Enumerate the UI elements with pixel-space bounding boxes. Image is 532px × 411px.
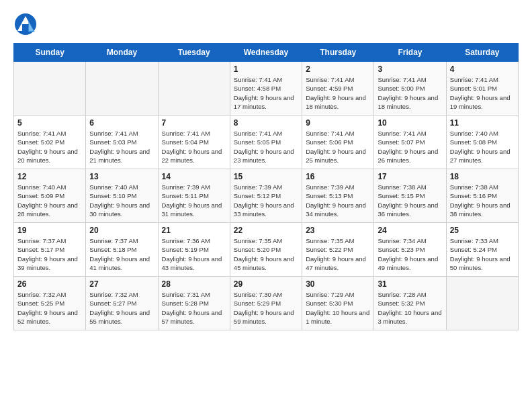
day-cell: 9 Sunrise: 7:41 AM Sunset: 5:06 PM Dayli…: [302, 116, 374, 169]
day-cell: 2 Sunrise: 7:41 AM Sunset: 4:59 PM Dayli…: [302, 62, 374, 116]
weekday-header-wednesday: Wednesday: [230, 44, 302, 62]
day-info: Sunrise: 7:29 AM Sunset: 5:30 PM Dayligh…: [306, 290, 370, 326]
weekday-header-monday: Monday: [86, 44, 158, 62]
week-row-4: 19 Sunrise: 7:37 AM Sunset: 5:17 PM Dayl…: [14, 223, 519, 277]
day-number: 16: [306, 172, 370, 181]
day-number: 30: [306, 279, 370, 289]
calendar-table: SundayMondayTuesdayWednesdayThursdayFrid…: [13, 43, 519, 330]
day-cell: [446, 277, 518, 330]
day-info: Sunrise: 7:36 AM Sunset: 5:19 PM Dayligh…: [162, 236, 226, 272]
logo: [13, 12, 40, 36]
day-cell: 7 Sunrise: 7:41 AM Sunset: 5:04 PM Dayli…: [158, 116, 230, 169]
day-number: 15: [234, 172, 298, 181]
weekday-header-friday: Friday: [374, 44, 446, 62]
weekday-header-tuesday: Tuesday: [158, 44, 230, 62]
day-info: Sunrise: 7:40 AM Sunset: 5:10 PM Dayligh…: [89, 183, 154, 218]
weekday-header-row: SundayMondayTuesdayWednesdayThursdayFrid…: [14, 44, 519, 62]
logo-icon: [13, 12, 38, 36]
day-number: 12: [17, 172, 82, 181]
day-cell: 13 Sunrise: 7:40 AM Sunset: 5:10 PM Dayl…: [86, 169, 158, 223]
day-number: 11: [450, 118, 515, 128]
day-cell: 29 Sunrise: 7:30 AM Sunset: 5:29 PM Dayl…: [230, 277, 302, 330]
day-info: Sunrise: 7:41 AM Sunset: 5:06 PM Dayligh…: [306, 129, 370, 165]
day-number: 14: [162, 172, 226, 181]
day-info: Sunrise: 7:35 AM Sunset: 5:20 PM Dayligh…: [234, 236, 298, 272]
day-number: 29: [234, 279, 298, 289]
day-number: 1: [234, 64, 298, 74]
day-cell: 18 Sunrise: 7:38 AM Sunset: 5:16 PM Dayl…: [446, 169, 518, 223]
day-cell: 23 Sunrise: 7:35 AM Sunset: 5:22 PM Dayl…: [302, 223, 374, 277]
svg-rect-2: [22, 24, 29, 31]
day-info: Sunrise: 7:41 AM Sunset: 4:58 PM Dayligh…: [234, 75, 298, 111]
day-number: 19: [17, 226, 82, 235]
day-cell: [86, 62, 158, 116]
day-cell: 16 Sunrise: 7:39 AM Sunset: 5:13 PM Dayl…: [302, 169, 374, 223]
day-number: 5: [17, 118, 82, 128]
header: [13, 12, 519, 36]
day-cell: [158, 62, 230, 116]
day-cell: 5 Sunrise: 7:41 AM Sunset: 5:02 PM Dayli…: [14, 116, 86, 169]
day-info: Sunrise: 7:33 AM Sunset: 5:24 PM Dayligh…: [450, 236, 515, 272]
day-info: Sunrise: 7:31 AM Sunset: 5:28 PM Dayligh…: [162, 290, 226, 326]
day-info: Sunrise: 7:38 AM Sunset: 5:16 PM Dayligh…: [450, 183, 515, 218]
day-cell: 28 Sunrise: 7:31 AM Sunset: 5:28 PM Dayl…: [158, 277, 230, 330]
day-cell: 21 Sunrise: 7:36 AM Sunset: 5:19 PM Dayl…: [158, 223, 230, 277]
day-cell: 31 Sunrise: 7:28 AM Sunset: 5:32 PM Dayl…: [374, 277, 446, 330]
day-cell: 11 Sunrise: 7:40 AM Sunset: 5:08 PM Dayl…: [446, 116, 518, 169]
day-info: Sunrise: 7:37 AM Sunset: 5:18 PM Dayligh…: [89, 236, 154, 272]
day-info: Sunrise: 7:32 AM Sunset: 5:27 PM Dayligh…: [89, 290, 154, 326]
day-number: 27: [89, 279, 154, 289]
day-number: 26: [17, 279, 82, 289]
day-info: Sunrise: 7:40 AM Sunset: 5:08 PM Dayligh…: [450, 129, 515, 165]
week-row-5: 26 Sunrise: 7:32 AM Sunset: 5:25 PM Dayl…: [14, 277, 519, 330]
day-cell: 14 Sunrise: 7:39 AM Sunset: 5:11 PM Dayl…: [158, 169, 230, 223]
day-info: Sunrise: 7:39 AM Sunset: 5:12 PM Dayligh…: [234, 183, 298, 218]
day-info: Sunrise: 7:30 AM Sunset: 5:29 PM Dayligh…: [234, 290, 298, 326]
day-info: Sunrise: 7:41 AM Sunset: 5:01 PM Dayligh…: [450, 75, 515, 111]
day-number: 28: [162, 279, 226, 289]
week-row-3: 12 Sunrise: 7:40 AM Sunset: 5:09 PM Dayl…: [14, 169, 519, 223]
day-info: Sunrise: 7:32 AM Sunset: 5:25 PM Dayligh…: [17, 290, 82, 326]
day-info: Sunrise: 7:35 AM Sunset: 5:22 PM Dayligh…: [306, 236, 370, 272]
day-info: Sunrise: 7:38 AM Sunset: 5:15 PM Dayligh…: [378, 183, 442, 218]
day-number: 6: [89, 118, 154, 128]
day-number: 23: [306, 226, 370, 235]
day-cell: 22 Sunrise: 7:35 AM Sunset: 5:20 PM Dayl…: [230, 223, 302, 277]
day-number: 31: [378, 279, 442, 289]
day-number: 25: [450, 226, 515, 235]
weekday-header-saturday: Saturday: [446, 44, 518, 62]
day-info: Sunrise: 7:39 AM Sunset: 5:11 PM Dayligh…: [162, 183, 226, 218]
day-number: 20: [89, 226, 154, 235]
day-info: Sunrise: 7:34 AM Sunset: 5:23 PM Dayligh…: [378, 236, 442, 272]
day-cell: 30 Sunrise: 7:29 AM Sunset: 5:30 PM Dayl…: [302, 277, 374, 330]
day-cell: 6 Sunrise: 7:41 AM Sunset: 5:03 PM Dayli…: [86, 116, 158, 169]
day-info: Sunrise: 7:28 AM Sunset: 5:32 PM Dayligh…: [378, 290, 442, 326]
day-info: Sunrise: 7:41 AM Sunset: 5:05 PM Dayligh…: [234, 129, 298, 165]
day-cell: 19 Sunrise: 7:37 AM Sunset: 5:17 PM Dayl…: [14, 223, 86, 277]
day-number: 3: [378, 64, 442, 74]
day-number: 24: [378, 226, 442, 235]
day-cell: 17 Sunrise: 7:38 AM Sunset: 5:15 PM Dayl…: [374, 169, 446, 223]
week-row-1: 1 Sunrise: 7:41 AM Sunset: 4:58 PM Dayli…: [14, 62, 519, 116]
day-cell: 12 Sunrise: 7:40 AM Sunset: 5:09 PM Dayl…: [14, 169, 86, 223]
day-cell: 25 Sunrise: 7:33 AM Sunset: 5:24 PM Dayl…: [446, 223, 518, 277]
day-info: Sunrise: 7:41 AM Sunset: 5:07 PM Dayligh…: [378, 129, 442, 165]
day-info: Sunrise: 7:41 AM Sunset: 5:04 PM Dayligh…: [162, 129, 226, 165]
day-cell: 15 Sunrise: 7:39 AM Sunset: 5:12 PM Dayl…: [230, 169, 302, 223]
day-cell: 1 Sunrise: 7:41 AM Sunset: 4:58 PM Dayli…: [230, 62, 302, 116]
day-number: 17: [378, 172, 442, 181]
day-cell: 26 Sunrise: 7:32 AM Sunset: 5:25 PM Dayl…: [14, 277, 86, 330]
day-info: Sunrise: 7:41 AM Sunset: 5:02 PM Dayligh…: [17, 129, 82, 165]
page: SundayMondayTuesdayWednesdayThursdayFrid…: [0, 0, 532, 342]
day-cell: 3 Sunrise: 7:41 AM Sunset: 5:00 PM Dayli…: [374, 62, 446, 116]
day-number: 10: [378, 118, 442, 128]
day-info: Sunrise: 7:41 AM Sunset: 4:59 PM Dayligh…: [306, 75, 370, 111]
day-number: 21: [162, 226, 226, 235]
day-number: 2: [306, 64, 370, 74]
day-cell: 4 Sunrise: 7:41 AM Sunset: 5:01 PM Dayli…: [446, 62, 518, 116]
day-cell: [14, 62, 86, 116]
weekday-header-thursday: Thursday: [302, 44, 374, 62]
day-cell: 8 Sunrise: 7:41 AM Sunset: 5:05 PM Dayli…: [230, 116, 302, 169]
day-number: 7: [162, 118, 226, 128]
day-number: 9: [306, 118, 370, 128]
